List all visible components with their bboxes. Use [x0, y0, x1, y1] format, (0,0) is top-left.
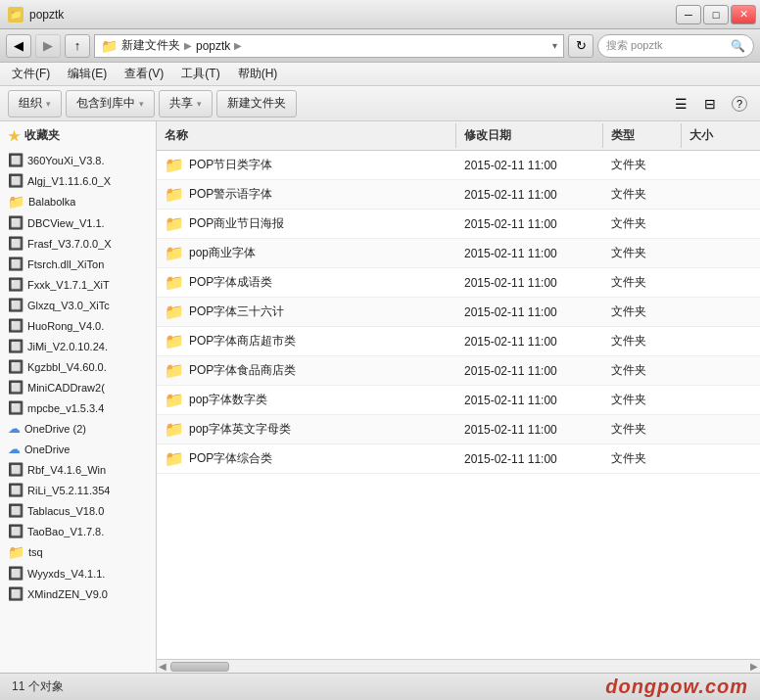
sidebar-item-5[interactable]: 🔲Ftsrch.dll_XiTon: [0, 254, 156, 274]
forward-button[interactable]: ▶: [35, 34, 61, 58]
app-icon: 🔲: [8, 462, 24, 477]
file-name: pop字体数字类: [189, 392, 267, 408]
file-name-cell: 📁 pop字体英文字母类: [157, 415, 456, 443]
sidebar-item-17[interactable]: 🔲Tablacus_V18.0: [0, 500, 156, 521]
sidebar-item-14[interactable]: ☁OneDrive: [0, 439, 156, 459]
menu-edit[interactable]: 编辑(E): [60, 64, 115, 84]
sidebar-item-15[interactable]: 🔲Rbf_V4.1.6_Win: [0, 459, 156, 480]
table-row[interactable]: 📁 POP警示语字体 2015-02-11 11:00 文件夹: [157, 180, 760, 210]
h-scroll-thumb[interactable]: [170, 662, 229, 672]
share-dropdown-icon: ▾: [197, 99, 202, 109]
table-row[interactable]: 📁 POP商业节日海报 2015-02-11 11:00 文件夹: [157, 210, 760, 239]
include-library-button[interactable]: 包含到库中 ▾: [66, 90, 155, 117]
sidebar-item-0[interactable]: 🔲360YouXi_V3.8.: [0, 150, 156, 170]
toolbar: 组织 ▾ 包含到库中 ▾ 共享 ▾ 新建文件夹 ☰ ⊟ ?: [0, 86, 760, 121]
file-type: 文件夹: [611, 362, 646, 379]
sidebar-item-13[interactable]: ☁OneDrive (2): [0, 418, 156, 439]
file-date-cell: 2015-02-11 11:00: [456, 210, 603, 238]
sidebar-item-label: 360YouXi_V3.8.: [27, 155, 105, 166]
sidebar-item-18[interactable]: 🔲TaoBao_V1.7.8.: [0, 521, 156, 541]
up-button[interactable]: ↑: [65, 34, 90, 58]
file-name: POP警示语字体: [189, 186, 272, 203]
table-row[interactable]: 📁 POP字体成语类 2015-02-11 11:00 文件夹: [157, 268, 760, 298]
file-type: 文件夹: [611, 274, 646, 291]
search-placeholder: 搜索 popztk: [606, 38, 662, 53]
sidebar-item-21[interactable]: 🔲XMindZEN_V9.0: [0, 583, 156, 604]
sidebar-item-3[interactable]: 🔲DBCView_V1.1.: [0, 212, 156, 233]
menu-file[interactable]: 文件(F): [4, 64, 58, 84]
table-row[interactable]: 📁 POP字体商店超市类 2015-02-11 11:00 文件夹: [157, 327, 760, 356]
sidebar-item-10[interactable]: 🔲Kgzbbl_V4.60.0.: [0, 356, 156, 377]
app-icon: 🔲: [8, 318, 24, 333]
sidebar-item-4[interactable]: 🔲Frasf_V3.7.0.0_X: [0, 233, 156, 254]
help-button[interactable]: ?: [727, 92, 752, 116]
sidebar-item-label: JiMi_V2.0.10.24.: [27, 341, 108, 352]
col-header-name[interactable]: 名称: [157, 123, 456, 148]
new-folder-button[interactable]: 新建文件夹: [216, 90, 297, 117]
menu-tools[interactable]: 工具(T): [173, 64, 227, 84]
sidebar-item-9[interactable]: 🔲JiMi_V2.0.10.24.: [0, 336, 156, 356]
folder-icon: 📁: [165, 361, 184, 380]
horizontal-scrollbar[interactable]: ◀ ▶: [157, 659, 760, 673]
organize-button[interactable]: 组织 ▾: [8, 90, 62, 117]
col-header-size[interactable]: 大小: [682, 123, 760, 148]
table-row[interactable]: 📁 POP节日类字体 2015-02-11 11:00 文件夹: [157, 151, 760, 180]
back-button[interactable]: ◀: [6, 34, 31, 58]
file-list-header: 名称 修改日期 类型 大小: [157, 121, 760, 151]
col-header-date[interactable]: 修改日期: [456, 123, 603, 148]
menu-view[interactable]: 查看(V): [117, 64, 171, 84]
window-title: popztk: [29, 8, 64, 22]
folder-icon: 📁: [165, 391, 184, 409]
h-scroll-left-arrow[interactable]: ◀: [159, 661, 166, 672]
cloud-icon: ☁: [8, 421, 21, 436]
maximize-button[interactable]: □: [703, 5, 729, 24]
table-row[interactable]: 📁 POP字体综合类 2015-02-11 11:00 文件夹: [157, 444, 760, 474]
file-date-cell: 2015-02-11 11:00: [456, 151, 603, 179]
folder-icon: 📁: [165, 420, 184, 439]
view-list-button[interactable]: ☰: [668, 92, 693, 116]
refresh-button[interactable]: ↻: [568, 34, 594, 58]
view-details-button[interactable]: ⊟: [697, 92, 723, 116]
sidebar-item-1[interactable]: 🔲Algj_V1.11.6.0_X: [0, 170, 156, 191]
sidebar-item-6[interactable]: 🔲Fxxk_V1.7.1_XiT: [0, 274, 156, 295]
file-area: 名称 修改日期 类型 大小 📁 POP节日类字体 2015-02-11 11:0…: [157, 121, 760, 673]
sidebar-item-label: Algj_V1.11.6.0_X: [27, 175, 111, 187]
app-icon: 🔲: [8, 566, 24, 581]
table-row[interactable]: 📁 pop商业字体 2015-02-11 11:00 文件夹: [157, 239, 760, 268]
file-date-cell: 2015-02-11 11:00: [456, 298, 603, 326]
file-date-cell: 2015-02-11 11:00: [456, 386, 603, 414]
menu-bar: 文件(F) 编辑(E) 查看(V) 工具(T) 帮助(H): [0, 63, 760, 86]
minimize-button[interactable]: ─: [676, 5, 701, 24]
file-name: POP字体三十六计: [189, 303, 284, 320]
app-icon: 🔲: [8, 277, 24, 292]
title-bar-controls: ─ □ ✕: [676, 5, 756, 24]
app-icon: 🔲: [8, 298, 24, 312]
share-button[interactable]: 共享 ▾: [159, 90, 213, 117]
close-button[interactable]: ✕: [731, 5, 756, 24]
sidebar-item-7[interactable]: 🔲Glxzq_V3.0_XiTc: [0, 295, 156, 315]
file-size-cell: [682, 210, 760, 238]
table-row[interactable]: 📁 pop字体英文字母类 2015-02-11 11:00 文件夹: [157, 415, 760, 444]
address-box[interactable]: 📁 新建文件夹 ▶ popztk ▶ ▾: [94, 34, 564, 58]
sidebar-item-12[interactable]: 🔲mpcbe_v1.5.3.4: [0, 397, 156, 418]
col-header-type[interactable]: 类型: [603, 123, 682, 148]
sidebar-item-11[interactable]: 🔲MiniCADDraw2(: [0, 377, 156, 397]
address-dropdown-arrow[interactable]: ▾: [552, 40, 557, 51]
file-size-cell: [682, 386, 760, 414]
sidebar-item-20[interactable]: 🔲Wyyxds_V4.1.1.: [0, 563, 156, 583]
sidebar-item-2[interactable]: 📁Balabolka: [0, 191, 156, 212]
search-box[interactable]: 搜索 popztk 🔍: [597, 34, 754, 58]
item-count: 11 个对象: [12, 678, 64, 695]
table-row[interactable]: 📁 pop字体数字类 2015-02-11 11:00 文件夹: [157, 386, 760, 415]
menu-help[interactable]: 帮助(H): [230, 64, 286, 84]
sidebar-item-16[interactable]: 🔲RiLi_V5.2.11.354: [0, 480, 156, 500]
sidebar-item-19[interactable]: 📁tsq: [0, 541, 156, 563]
file-date: 2015-02-11 11:00: [464, 335, 557, 349]
title-bar: 📁 popztk ─ □ ✕: [0, 0, 760, 29]
table-row[interactable]: 📁 POP字体三十六计 2015-02-11 11:00 文件夹: [157, 298, 760, 327]
title-bar-left: 📁 popztk: [8, 7, 64, 23]
h-scroll-right-arrow[interactable]: ▶: [750, 661, 758, 672]
sidebar-item-8[interactable]: 🔲HuoRong_V4.0.: [0, 315, 156, 336]
table-row[interactable]: 📁 POP字体食品商店类 2015-02-11 11:00 文件夹: [157, 356, 760, 386]
cloud-icon: ☁: [8, 442, 21, 456]
